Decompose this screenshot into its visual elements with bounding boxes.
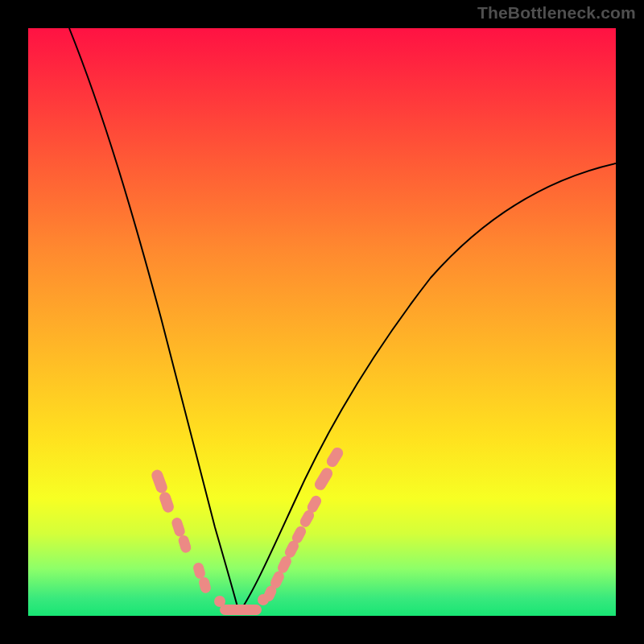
plot-area — [28, 28, 616, 616]
marker-dot — [324, 445, 345, 469]
marker-dot — [177, 534, 192, 554]
watermark-label: TheBottleneck.com — [477, 3, 636, 23]
marker-group — [150, 445, 345, 615]
marker-dot — [198, 576, 212, 595]
marker-dot — [220, 605, 262, 615]
marker-dot — [192, 562, 207, 580]
marker-dot — [312, 466, 334, 493]
marker-dot — [150, 469, 168, 495]
curve-svg — [28, 28, 616, 616]
marker-dot — [171, 516, 187, 538]
marker-dot — [158, 490, 175, 514]
curve-left-branch — [69, 28, 239, 613]
chart-frame: TheBottleneck.com — [0, 0, 644, 644]
